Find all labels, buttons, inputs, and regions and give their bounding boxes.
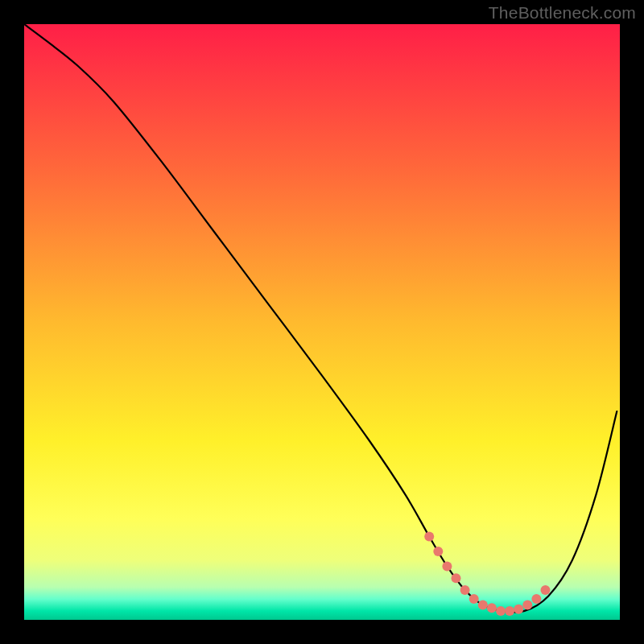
valley-marker [531,594,541,604]
valley-marker [496,606,506,616]
valley-marker [452,573,461,583]
valley-marker [478,601,488,610]
valley-marker [460,585,470,595]
valley-marker [487,603,497,613]
valley-marker [522,601,532,610]
valley-marker [541,585,551,595]
valley-marker [433,547,443,556]
valley-marker [514,605,523,614]
chart-frame: TheBottleneck.com [0,0,644,644]
bottleneck-chart [24,24,620,620]
valley-marker [424,531,434,541]
valley-marker [469,594,479,604]
valley-marker [505,606,514,616]
gradient-background [24,24,620,620]
watermark-text: TheBottleneck.com [489,3,636,23]
valley-marker [442,561,452,571]
